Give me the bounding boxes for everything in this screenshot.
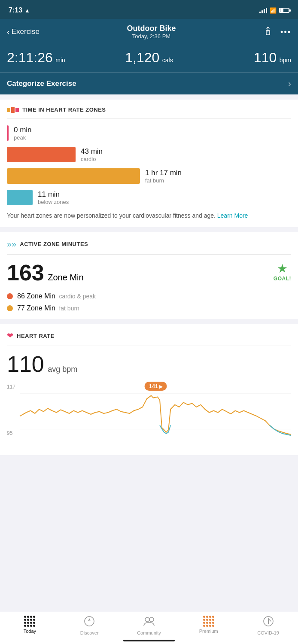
azm-fatburn-value: 77 Zone Min fat burn: [17, 304, 79, 312]
hr-avg-value: 110: [7, 352, 44, 377]
hr-section-header: ❤ HEART RATE: [7, 331, 291, 346]
status-time: 7:13: [9, 6, 22, 14]
chart-tooltip: 141: [145, 382, 167, 391]
premium-icon: [203, 616, 214, 627]
azm-cardio-peak-item: 86 Zone Min cardio & peak: [7, 292, 291, 300]
belowzones-zone-row: 11 min below zones: [7, 190, 291, 205]
learn-more-link[interactable]: Learn More: [217, 212, 248, 219]
bottom-nav: Today Discover Community: [0, 612, 298, 644]
nav-covid19[interactable]: COVID-19: [238, 616, 298, 635]
more-options-icon[interactable]: •••: [280, 27, 291, 36]
header-subtitle: Today, 2:36 PM: [127, 33, 176, 39]
duration-stat: 2:11:26 min: [7, 51, 102, 64]
svg-point-5: [145, 617, 149, 622]
header-center: Outdoor Bike Today, 2:36 PM: [127, 24, 176, 39]
nav-discover[interactable]: Discover: [60, 616, 119, 635]
categorize-banner[interactable]: Categorize Exercise ›: [0, 73, 298, 94]
azm-fatburn-dot: [7, 305, 13, 311]
nav-today[interactable]: Today: [0, 616, 60, 635]
peak-zone-labels: 0 min peak: [14, 126, 32, 141]
chart-low-label: 95: [7, 430, 15, 436]
chart-high-label: 117: [7, 384, 15, 390]
azm-cardio-peak-value: 86 Zone Min cardio & peak: [17, 292, 96, 300]
location-icon: ▲: [24, 7, 30, 14]
calories-unit: cals: [162, 57, 173, 64]
azm-cardio-dot: [7, 293, 13, 299]
chevron-left-icon: ‹: [7, 27, 10, 37]
nav-community-label: Community: [137, 630, 161, 635]
belowzones-value: 11 min: [38, 190, 69, 199]
cardio-value: 43 min: [81, 147, 103, 156]
duration-value: 2:11:26: [7, 50, 53, 65]
peak-zone-row: 0 min peak: [7, 125, 291, 141]
azm-unit: Zone Min: [48, 273, 83, 282]
calories-value: 1,120: [125, 50, 159, 65]
hr-avg-display: 110 avg bpm: [7, 353, 291, 375]
peak-bar: [7, 125, 9, 141]
hr-zones-icon: [7, 107, 19, 113]
nav-premium-label: Premium: [199, 629, 218, 634]
back-label: Exercise: [12, 27, 40, 36]
cardio-name: cardio: [81, 156, 103, 162]
fatburn-labels: 1 hr 17 min fat burn: [145, 169, 182, 184]
goal-star-icon: ★: [277, 261, 288, 276]
azm-value: 163: [7, 260, 44, 285]
heart-icon: ❤: [7, 331, 13, 340]
goal-badge: ★ GOAL!: [274, 261, 291, 282]
home-indicator: [123, 640, 175, 641]
status-bar: 7:13 ▲ 📶: [0, 0, 298, 19]
heart-rate-section: ❤ HEART RATE 110 avg bpm 117 95 141: [0, 324, 298, 455]
hr-avg-unit: avg bpm: [48, 365, 77, 374]
heart-rate-zones-section: TIME IN HEART RATE ZONES 0 min peak 43 m…: [0, 100, 298, 227]
chevron-right-icon: ›: [288, 79, 291, 88]
heartrate-stat: 110 bpm: [196, 51, 291, 64]
svg-marker-4: [88, 618, 91, 621]
signal-icon: [259, 7, 267, 13]
header: ‹ Exercise Outdoor Bike Today, 2:36 PM •…: [0, 19, 298, 45]
wifi-icon: 📶: [270, 7, 277, 14]
azm-total: 163 Zone Min: [7, 261, 84, 284]
today-icon: [24, 616, 35, 627]
calories-stat: 1,120 cals: [102, 51, 197, 64]
heart-rate-chart: 117 95 141: [7, 380, 291, 448]
nav-covid-label: COVID-19: [257, 630, 279, 635]
nav-today-label: Today: [24, 629, 36, 634]
azm-breakdown: 86 Zone Min cardio & peak 77 Zone Min fa…: [7, 292, 291, 312]
nav-discover-label: Discover: [80, 630, 99, 635]
categorize-label: Categorize Exercise: [7, 79, 76, 88]
fatburn-name: fat burn: [145, 177, 182, 184]
status-icons: 📶: [259, 7, 289, 14]
peak-value: 0 min: [14, 126, 32, 134]
cardio-zone-row: 43 min cardio: [7, 147, 291, 162]
back-button[interactable]: ‹ Exercise: [7, 27, 40, 37]
azm-main-row: 163 Zone Min ★ GOAL!: [7, 261, 291, 284]
belowzones-labels: 11 min below zones: [38, 190, 69, 205]
nav-community[interactable]: Community: [119, 616, 179, 635]
header-title: Outdoor Bike: [127, 24, 176, 33]
covid-icon: [263, 616, 274, 629]
svg-point-3: [85, 617, 94, 626]
share-icon[interactable]: [263, 26, 273, 38]
duration-unit: min: [55, 57, 65, 64]
stats-row: 2:11:26 min 1,120 cals 110 bpm: [0, 45, 298, 73]
fatburn-zone-row: 1 hr 17 min fat burn: [7, 168, 291, 184]
azm-header: »» ACTIVE ZONE MINUTES: [7, 239, 291, 255]
battery-icon: [279, 8, 289, 13]
goal-text: GOAL!: [274, 276, 291, 282]
header-actions: •••: [263, 26, 291, 38]
belowzones-name: below zones: [38, 199, 69, 205]
nav-premium[interactable]: Premium: [179, 616, 238, 635]
discover-icon: [84, 616, 95, 629]
belowzones-bar-row: 11 min below zones: [7, 190, 291, 205]
cardio-bar: [7, 147, 76, 162]
cardio-labels: 43 min cardio: [81, 147, 103, 162]
azm-fatburn-item: 77 Zone Min fat burn: [7, 304, 291, 312]
hr-zones-header: TIME IN HEART RATE ZONES: [7, 106, 291, 118]
cardio-bar-row: 43 min cardio: [7, 147, 291, 162]
azm-title: ACTIVE ZONE MINUTES: [20, 241, 88, 247]
hr-learn-more-text: Your heart zones are now personalized to…: [7, 211, 291, 220]
belowzones-bar: [7, 190, 33, 205]
fatburn-bar-row: 1 hr 17 min fat burn: [7, 168, 291, 184]
fatburn-value: 1 hr 17 min: [145, 169, 182, 177]
active-zone-minutes-section: »» ACTIVE ZONE MINUTES 163 Zone Min ★ GO…: [0, 232, 298, 319]
